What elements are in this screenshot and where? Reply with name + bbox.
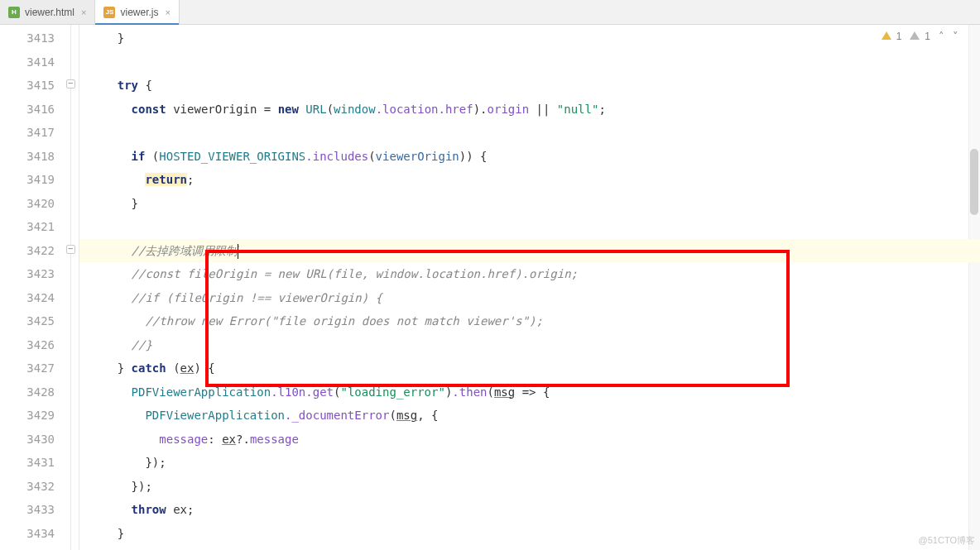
line-number: 3415 [0,74,65,98]
fold-marker[interactable] [66,79,75,88]
close-icon[interactable]: × [163,7,171,17]
line-number: 3434 [0,522,65,546]
code-content[interactable]: } try { const viewerOrigin = new URL(win… [79,25,980,550]
line-number: 3431 [0,451,65,475]
line-number: 3419 [0,168,65,192]
line-number: 3422 [0,239,65,263]
line-number: 3414 [0,50,65,74]
line-number: 3418 [0,145,65,169]
line-number: 3426 [0,333,65,357]
tab-label: viewer.html [25,7,74,18]
fold-marker[interactable] [66,245,75,254]
tab-viewer-js[interactable]: JS viewer.js × [95,0,179,24]
editor-tab-bar: H viewer.html × JS viewer.js × [0,0,980,25]
fold-strip [65,25,79,550]
line-number: 3424 [0,286,65,310]
line-number: 3425 [0,309,65,333]
html-file-icon: H [8,7,20,18]
line-number: 3433 [0,498,65,522]
line-number: 3421 [0,215,65,239]
line-number-gutter: 3413341434153416341734183419342034213422… [0,25,65,550]
tab-viewer-html[interactable]: H viewer.html × [0,0,95,24]
line-number: 3432 [0,475,65,499]
js-file-icon: JS [103,7,115,18]
code-editor[interactable]: 3413341434153416341734183419342034213422… [0,25,980,550]
tab-label: viewer.js [120,7,158,18]
line-number: 3428 [0,380,65,404]
line-number: 3429 [0,404,65,428]
watermark: @51CTO博客 [919,534,975,547]
line-number: 3416 [0,98,65,122]
line-number: 3413 [0,26,65,50]
line-number: 3417 [0,121,65,145]
line-number: 3423 [0,262,65,286]
line-number: 3420 [0,192,65,216]
line-number: 3427 [0,356,65,380]
close-icon[interactable]: × [79,7,88,17]
line-number: 3430 [0,428,65,452]
